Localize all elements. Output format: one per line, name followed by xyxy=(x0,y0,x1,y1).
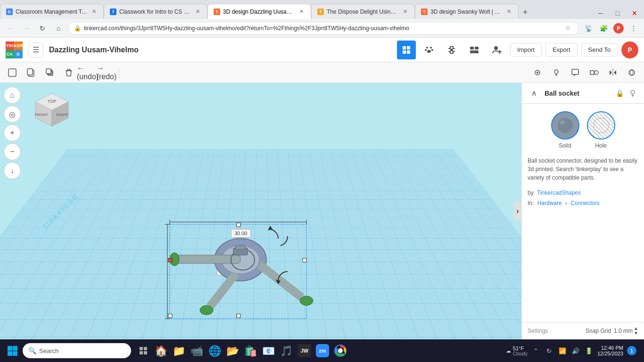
tab-1-close[interactable]: ✕ xyxy=(90,8,98,16)
tab-1[interactable]: G Classroom Management To... ✕ xyxy=(0,4,104,19)
import-button[interactable]: Import xyxy=(510,43,542,57)
home-button[interactable]: ⌂ xyxy=(52,22,65,35)
minimize-button[interactable]: ─ xyxy=(595,8,606,19)
forward-button[interactable]: → xyxy=(20,22,33,35)
svg-point-65 xyxy=(558,118,573,133)
collaborate-button[interactable] xyxy=(420,41,438,59)
tab-5[interactable]: T 3D design Swanky Wolt | Ti... ✕ xyxy=(415,4,519,19)
sim-button[interactable] xyxy=(442,41,461,59)
tab-4-close[interactable]: ✕ xyxy=(401,8,409,16)
jw-app[interactable]: JW xyxy=(296,342,313,359)
taskbar-search[interactable]: 🔍 Search xyxy=(23,343,131,358)
system-clock[interactable]: 12:46 PM 12/25/2023 xyxy=(597,345,623,356)
zoom-app[interactable]: zm xyxy=(314,342,331,359)
zoom-in-button[interactable]: + xyxy=(4,124,21,141)
weather-widget[interactable]: ☁ 51°F Cloudy xyxy=(506,346,528,356)
panel-info-icon[interactable] xyxy=(627,88,638,99)
chevron-up-icon[interactable]: ⌃ xyxy=(531,346,541,355)
wifi-icon[interactable]: 📶 xyxy=(558,346,567,355)
svg-rect-27 xyxy=(572,69,578,74)
user-avatar[interactable]: P xyxy=(621,41,638,58)
address-bar[interactable]: 🔒 tinkercad.com/things/3Jprr8TW5Hy-dazzl… xyxy=(68,22,579,35)
svg-rect-48 xyxy=(174,255,240,263)
mail-app[interactable]: 📧 xyxy=(260,342,277,359)
panel-collapse-button[interactable]: ∧ xyxy=(528,87,541,100)
search-text: Search xyxy=(39,347,58,354)
bookmark-icon[interactable]: ☆ xyxy=(563,24,573,33)
taskbar: 🔍 Search 🏠 📁 📹 🌐 xyxy=(0,339,644,362)
codeblocks-button[interactable] xyxy=(465,41,484,59)
tab-2-close[interactable]: ✕ xyxy=(194,8,201,16)
solid-option[interactable]: Solid xyxy=(551,111,579,149)
mirror-button[interactable] xyxy=(604,64,621,81)
cast-icon[interactable]: 📡 xyxy=(582,22,595,35)
category-prefix: In: xyxy=(528,200,534,206)
svg-point-9 xyxy=(450,49,453,51)
menu-button[interactable]: ☰ xyxy=(28,42,43,58)
delete-button[interactable] xyxy=(60,64,77,81)
volume-icon[interactable]: 🔊 xyxy=(571,346,580,355)
bubble-button[interactable] xyxy=(567,64,584,81)
taskview-button[interactable] xyxy=(135,342,152,359)
profile-icon[interactable]: P xyxy=(612,22,625,35)
chrome-icon xyxy=(334,344,347,357)
fit-view-button[interactable]: ◎ xyxy=(4,106,21,123)
expand-panel-handle[interactable]: › xyxy=(514,202,521,221)
start-button[interactable] xyxy=(4,342,21,359)
undo-button[interactable]: ← (undo) xyxy=(79,64,96,81)
tab-2[interactable]: f Classwork for Intro to CS Pe... ✕ xyxy=(104,4,207,19)
update-icon[interactable]: ↻ xyxy=(545,346,554,355)
light-button[interactable] xyxy=(548,64,565,81)
snap-down-arrow[interactable]: ▼ xyxy=(634,331,638,336)
file-manager-app[interactable]: 📂 xyxy=(224,342,241,359)
camera-button[interactable] xyxy=(529,64,546,81)
paw-icon xyxy=(424,45,434,55)
explorer-app[interactable]: 📁 xyxy=(171,342,188,359)
tab-3[interactable]: T 3D design Dazzling Uusam-... ✕ xyxy=(207,4,311,19)
duplicate-button[interactable] xyxy=(41,64,58,81)
zoom-out-button[interactable]: − xyxy=(4,143,21,160)
store-app[interactable]: 🛍️ xyxy=(242,342,259,359)
home-view-button[interactable]: ⌂ xyxy=(4,87,21,104)
tab-5-close[interactable]: ✕ xyxy=(505,8,512,16)
reload-button[interactable]: ↻ xyxy=(36,22,49,35)
author-link[interactable]: TinkercadShapes xyxy=(537,189,581,196)
svg-rect-1 xyxy=(407,46,410,49)
settings-text[interactable]: Settings xyxy=(528,328,548,334)
grid-view-button[interactable] xyxy=(397,41,416,59)
svg-rect-21 xyxy=(46,69,51,74)
tab-4[interactable]: T The Dispose Delight Using... ✕ xyxy=(311,4,415,19)
music-app[interactable]: 🎵 xyxy=(278,342,295,359)
landmark-app[interactable]: 🏠 xyxy=(153,342,170,359)
export-button[interactable]: Export xyxy=(545,43,578,57)
edge-app[interactable]: 🌐 xyxy=(206,342,223,359)
close-button[interactable]: ✕ xyxy=(629,8,640,19)
redo-button[interactable]: → (redo) xyxy=(98,64,115,81)
maximize-button[interactable]: □ xyxy=(612,8,623,19)
back-button[interactable]: ← xyxy=(4,22,17,35)
hole-option[interactable]: Hole xyxy=(587,111,615,149)
shape-button[interactable] xyxy=(586,64,603,81)
new-tab-button[interactable]: + xyxy=(519,6,532,19)
panel-lock-icon[interactable]: 🔒 xyxy=(614,88,625,99)
left-toolbar: ⌂ ◎ + − ↓ xyxy=(0,83,25,339)
send-to-button[interactable]: Send To xyxy=(581,43,618,57)
extensions-icon[interactable]: 🧩 xyxy=(597,22,610,35)
copy-button[interactable] xyxy=(23,64,40,81)
download-button[interactable]: ↓ xyxy=(4,162,21,179)
notification-badge[interactable]: 1 xyxy=(627,346,636,355)
nav-cube[interactable]: TOP FRONT RIGHT xyxy=(28,89,75,136)
video-app[interactable]: 📹 xyxy=(189,342,206,359)
subcategory-link[interactable]: Connectors xyxy=(570,200,599,206)
tab-3-close[interactable]: ✕ xyxy=(297,8,305,16)
add-person-button[interactable] xyxy=(487,41,506,59)
workplane-button[interactable] xyxy=(4,64,21,81)
viewport[interactable]: tinkercad TOP FRONT RIGHT xyxy=(0,83,521,339)
category-link[interactable]: Hardware xyxy=(537,200,562,206)
hole-circle xyxy=(587,111,615,140)
tab-2-favicon: f xyxy=(110,8,116,15)
chrome-app[interactable] xyxy=(332,342,349,359)
settings-icon[interactable]: ⋮ xyxy=(627,22,640,35)
battery-icon[interactable]: 🔋 xyxy=(584,346,594,355)
align-button[interactable] xyxy=(623,64,640,81)
